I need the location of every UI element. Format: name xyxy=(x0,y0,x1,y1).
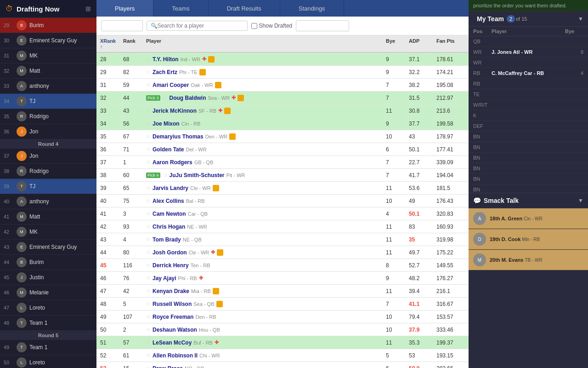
star-icon[interactable]: ☆ xyxy=(146,275,151,281)
draft-item[interactable]: 47LLoreto xyxy=(0,300,96,316)
table-row[interactable]: 434☆Tom Brady NE - QB1135319.98 xyxy=(96,233,469,246)
draft-item[interactable]: 30EEminent Scary Guy xyxy=(0,33,96,48)
table-header-bye[interactable]: Bye xyxy=(384,35,407,52)
draft-item[interactable]: 34TTJ xyxy=(0,94,96,109)
table-header-adp[interactable]: ADP xyxy=(407,35,435,52)
star-icon[interactable]: ☆ xyxy=(163,95,168,101)
table-row[interactable]: 4293☆Chris Hogan NE - WR1183160.93 xyxy=(96,220,469,233)
all-players-dropdown[interactable]: All Players ▼ xyxy=(101,20,143,31)
star-icon[interactable]: ☆ xyxy=(146,314,151,320)
star-icon[interactable]: ☆ xyxy=(146,56,151,62)
nav-tab-players[interactable]: Players xyxy=(96,0,153,17)
expand-icon[interactable]: ▼ xyxy=(578,16,583,22)
watchlist-button[interactable] xyxy=(229,133,236,140)
smack-expand-icon[interactable]: ▼ xyxy=(578,197,583,204)
draft-item[interactable]: 39TTJ xyxy=(0,179,96,194)
table-row[interactable]: 4480☆Josh Gordon Cle - WR ✚1149.7175.22 xyxy=(96,246,469,259)
star-icon[interactable]: ☆ xyxy=(146,327,151,333)
star-icon[interactable]: ☆ xyxy=(146,133,151,139)
nav-tab-teams[interactable]: Teams xyxy=(153,0,208,17)
watchlist-button[interactable] xyxy=(216,301,223,307)
draft-item[interactable]: 38RRodrigo xyxy=(0,164,96,179)
table-row[interactable]: 3860Pick 4☆JuJu Smith-Schuster Pit - WR7… xyxy=(96,169,469,182)
star-icon[interactable]: ☆ xyxy=(146,211,151,217)
star-icon[interactable]: ☆ xyxy=(146,69,151,75)
table-row[interactable]: 49107☆Royce Freeman Den - RB1079.4153.57 xyxy=(96,310,469,323)
draft-item[interactable]: 36JJon xyxy=(0,124,96,139)
draft-item[interactable]: 44BBurim xyxy=(0,255,96,270)
table-row[interactable]: 45116☆Derrick Henry Ten - RB852.7149.55 xyxy=(96,259,469,272)
table-row[interactable]: 3456☆Joe Mixon Cin - RB937.7199.58 xyxy=(96,117,469,130)
star-icon[interactable]: ☆ xyxy=(146,262,151,268)
table-row[interactable]: 4676☆Jay Ajayi Phi - RB ✚948.2176.27 xyxy=(96,272,469,285)
star-icon[interactable]: ☆ xyxy=(146,185,151,191)
watchlist-button[interactable] xyxy=(213,185,219,191)
table-row[interactable]: 3343☆Jerick McKinnon SF - RB ✚1130.8213.… xyxy=(96,104,469,117)
draft-item[interactable]: 29BBurim xyxy=(0,18,96,33)
table-row[interactable]: 5315☆Drew Brees NO - QB650.9283.66 xyxy=(96,362,469,368)
show-drafted-checkbox[interactable] xyxy=(251,23,257,29)
search-box[interactable]: 🔍 xyxy=(147,21,248,31)
star-icon[interactable]: ☆ xyxy=(146,288,151,294)
star-icon[interactable]: ☆ xyxy=(146,224,151,230)
watchlist-button[interactable] xyxy=(208,56,215,63)
table-row[interactable]: 5261☆Allen Robinson II Chi - WR553193.15 xyxy=(96,349,469,362)
proj-stats-dropdown[interactable]: Projected Stats ▼ xyxy=(296,20,349,31)
table-row[interactable]: 4742☆Kenyan Drake Mia - RB1139.4216.1 xyxy=(96,285,469,298)
star-icon[interactable]: ☆ xyxy=(146,121,151,126)
star-icon[interactable]: ☆ xyxy=(146,159,151,165)
draft-item[interactable]: 49TTeam 1 xyxy=(0,340,96,355)
table-row[interactable]: 413☆Cam Newton Car - QB450.1320.83 xyxy=(96,207,469,220)
draft-item[interactable]: 43EEminent Scary Guy xyxy=(0,240,96,255)
draft-item[interactable]: 46MMelanie xyxy=(0,285,96,300)
table-row[interactable]: 3159☆Amari Cooper Oak - WR738.2195.08 xyxy=(96,79,469,92)
watchlist-button[interactable] xyxy=(217,249,223,256)
table-row[interactable]: 3965☆Jarvis Landry Cle - WR1153.6181.5 xyxy=(96,182,469,195)
table-row[interactable]: 2982☆Zach Ertz Phi - TE932.2174.21 xyxy=(96,66,469,79)
star-icon[interactable]: ☆ xyxy=(146,236,151,242)
watchlist-button[interactable] xyxy=(215,82,221,88)
table-row[interactable]: 3567☆Demaryius Thomas Den - WR1043178.97 xyxy=(96,130,469,143)
draft-item[interactable]: 40Aanthony xyxy=(0,194,96,209)
watchlist-button[interactable] xyxy=(213,288,219,294)
search-input[interactable] xyxy=(158,23,243,29)
draft-item[interactable]: 50LLoreto xyxy=(0,355,96,368)
draft-item[interactable]: 33Aanthony xyxy=(0,79,96,94)
draft-item[interactable]: 45JJustin xyxy=(0,270,96,285)
draft-item[interactable]: 31MMK xyxy=(0,48,96,63)
star-icon[interactable]: ☆ xyxy=(146,249,151,255)
table-row[interactable]: 5157☆LeSean McCoy Buf - RB ✚1135.3199.37 xyxy=(96,336,469,349)
star-icon[interactable]: ☆ xyxy=(146,352,151,358)
table-row[interactable]: 502☆Deshaun Watson Hou - QB1037.9333.46 xyxy=(96,323,469,336)
star-icon[interactable]: ☆ xyxy=(146,365,151,368)
draft-item[interactable]: 41MMatt xyxy=(0,209,96,224)
star-icon[interactable]: ☆ xyxy=(146,339,151,345)
table-header-rank[interactable]: Rank xyxy=(121,35,144,52)
table-header-player[interactable]: Player xyxy=(144,35,384,52)
nav-tab-standings[interactable]: Standings xyxy=(280,0,344,17)
watchlist-button[interactable] xyxy=(224,108,231,114)
table-header-fanpts[interactable]: Fan Pts xyxy=(435,35,467,52)
smack-header: 💬 Smack Talk ▼ xyxy=(469,193,588,208)
table-row[interactable]: 371☆Aaron Rodgers GB - QB722.7339.09 xyxy=(96,156,469,169)
star-icon[interactable]: ☆ xyxy=(163,172,168,178)
table-row[interactable]: 2868☆T.Y. Hilton Ind - WR ✚937.1178.61 xyxy=(96,53,469,66)
table-row[interactable]: 4075☆Alex Collins Bal - RB1049176.43 xyxy=(96,195,469,207)
star-icon[interactable]: ☆ xyxy=(146,301,151,307)
draft-item[interactable]: 32MMatt xyxy=(0,63,96,79)
table-row[interactable]: 3244Pick 3☆Doug Baldwin Sea - WR ✚731.52… xyxy=(96,92,469,104)
draft-item[interactable]: 42MMK xyxy=(0,224,96,240)
star-icon[interactable]: ☆ xyxy=(146,146,151,152)
star-icon[interactable]: ☆ xyxy=(146,82,151,88)
draft-item[interactable]: 37JJon xyxy=(0,149,96,164)
nav-tab-draft-results[interactable]: Draft Results xyxy=(209,0,280,17)
watchlist-button[interactable] xyxy=(237,95,244,101)
watchlist-button[interactable] xyxy=(199,69,206,75)
draft-item[interactable]: 35RRodrigo xyxy=(0,109,96,124)
table-row[interactable]: 485☆Russell Wilson Sea - QB741.1316.67 xyxy=(96,298,469,310)
table-header-xrank[interactable]: XRank ↑ xyxy=(98,35,121,52)
star-icon[interactable]: ☆ xyxy=(146,198,151,204)
star-icon[interactable]: ☆ xyxy=(146,108,151,114)
draft-item[interactable]: 48TTeam 1 xyxy=(0,316,96,331)
table-row[interactable]: 3671☆Golden Tate Det - WR650.1177.41 xyxy=(96,143,469,156)
